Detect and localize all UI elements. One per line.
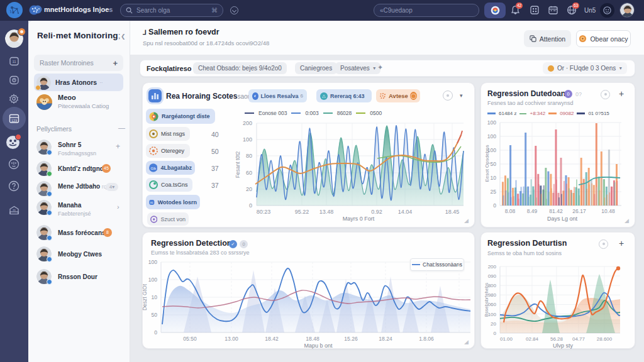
- svg-text:11: 11: [12, 60, 16, 63]
- svg-text:123: 123: [11, 119, 17, 123]
- svg-text:Gb: Gb: [151, 166, 157, 170]
- svg-text:m: m: [13, 208, 15, 212]
- svg-text:81: 81: [150, 200, 153, 204]
